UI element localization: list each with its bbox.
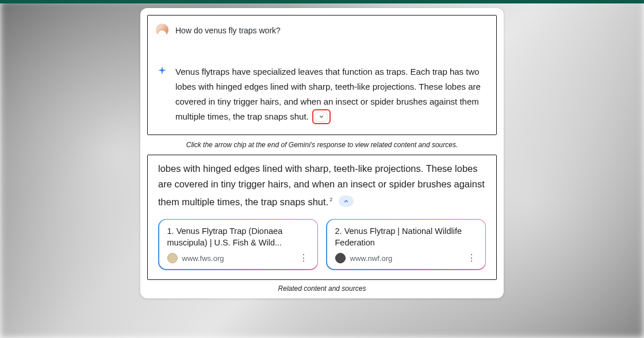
source-title: 2. Venus Flytrap | National Wildlife Fed… [335, 225, 478, 248]
collapse-sources-chip[interactable] [339, 195, 354, 207]
user-prompt: How do venus fly traps work? [175, 24, 281, 37]
source-index: 1. [167, 226, 174, 236]
favicon-icon [335, 253, 346, 263]
source-title: 1. Venus Flytrap Trap (Dionaea muscipula… [167, 225, 310, 248]
chevron-down-icon [319, 114, 324, 120]
chevron-up-icon [343, 198, 349, 204]
demo-card: How do venus fly traps work? Venus flytr… [140, 8, 504, 298]
chat-panel-expanded: lobes with hinged edges lined with sharp… [147, 155, 497, 280]
source-title-text: Venus Flytrap Trap (Dionaea muscipula) |… [167, 226, 283, 247]
more-vertical-icon[interactable]: ⋮ [465, 254, 478, 263]
user-message-row: How do venus fly traps work? [156, 24, 484, 37]
source-domain-text: www.fws.org [182, 254, 224, 263]
top-strip [0, 0, 644, 3]
more-vertical-icon[interactable]: ⋮ [297, 254, 310, 263]
source-card[interactable]: 1. Venus Flytrap Trap (Dionaea muscipula… [158, 219, 318, 270]
sources-row: 1. Venus Flytrap Trap (Dionaea muscipula… [158, 219, 486, 270]
caption-top: Click the arrow chip at the end of Gemin… [140, 139, 504, 155]
ai-response-row: Venus flytraps have specialized leaves t… [156, 64, 484, 124]
user-avatar [156, 24, 168, 36]
source-card[interactable]: 2. Venus Flytrap | National Wildlife Fed… [326, 219, 486, 270]
chat-panel-collapsed: How do venus fly traps work? Venus flytr… [147, 15, 497, 135]
caption-bottom: Related content and sources [140, 282, 504, 298]
source-domain: www.fws.org [167, 253, 224, 263]
expanded-response-text: lobes with hinged edges lined with sharp… [158, 161, 486, 210]
source-domain-text: www.nwf.org [350, 254, 393, 263]
sparkle-icon [156, 64, 168, 77]
trailing-body: lobes with hinged edges lined with sharp… [158, 163, 485, 207]
citation-marker: 2 [329, 197, 332, 202]
expand-sources-chip[interactable] [315, 112, 328, 122]
source-index: 2. [335, 226, 342, 236]
favicon-icon [167, 253, 178, 263]
source-title-text: Venus Flytrap | National Wildlife Federa… [335, 226, 462, 247]
source-domain: www.nwf.org [335, 253, 393, 263]
ai-response-text: Venus flytraps have specialized leaves t… [175, 64, 484, 124]
